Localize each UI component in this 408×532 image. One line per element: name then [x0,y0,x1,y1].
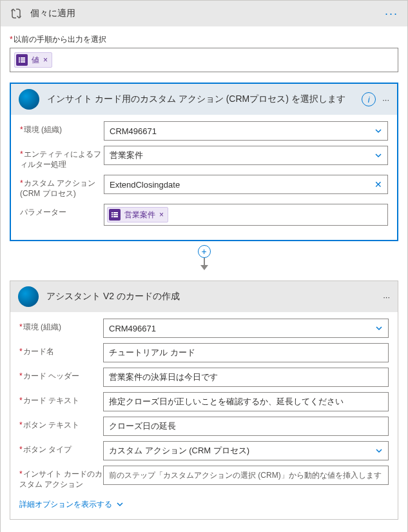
env-label: 環境 (組織) [20,121,104,135]
custom-action-header[interactable]: インサイト カード用のカスタム アクション (CRMプロセス) を選択します i… [11,84,397,115]
card1-title: インサイト カード用のカスタム アクション (CRMプロセス) を選択します [47,94,362,105]
env-dropdown[interactable]: CRM496671 [104,121,388,141]
svg-rect-11 [113,216,118,217]
chevron-down-icon [375,447,383,455]
value-tag[interactable]: 値 × [14,52,52,68]
card-text-label: カード テキスト [19,392,103,406]
custom-action-input[interactable]: ExtendClosingdate ✕ [104,175,388,194]
apply-to-each-container: 個々に適用 ··· 以前の手順から出力を選択 値 × インサイト カード用のカス… [0,0,408,532]
svg-rect-7 [113,212,118,213]
connector-icon [18,286,39,307]
custom-action-card: インサイト カード用のカスタム アクション (CRMプロセス) を選択します i… [10,83,398,241]
svg-rect-4 [19,61,20,63]
entity-dropdown[interactable]: 営業案件 [104,146,388,165]
chevron-down-icon [116,500,124,508]
connector-icon [19,89,39,110]
svg-rect-10 [112,216,113,217]
card-header-input[interactable]: 営業案件の決算日は今日です [103,368,389,387]
svg-rect-2 [19,59,20,61]
svg-rect-1 [21,57,25,59]
chevron-down-icon [374,127,382,135]
card-name-input[interactable]: チュートリアル カード [103,343,389,362]
param-tag-label: 営業案件 [124,210,155,221]
insert-step-button[interactable]: + [198,245,211,258]
apply-to-each-header[interactable]: 個々に適用 ··· [1,1,407,26]
env-label: 環境 (組織) [19,319,103,333]
svg-rect-6 [112,212,113,213]
previous-output-input[interactable]: 値 × [10,48,398,72]
parameter-input[interactable]: 営業案件 × [104,204,388,226]
remove-tag-icon[interactable]: × [43,55,48,64]
card1-body: 環境 (組織) CRM496671 エンティティによるフィルター処理 営業案件 [11,115,397,240]
parameter-tag[interactable]: 営業案件 × [107,207,168,222]
env-dropdown[interactable]: CRM496671 [103,319,389,338]
insight-action-label: インサイト カードのカスタム アクション [19,466,103,489]
card-text-input[interactable]: 推定クローズ日が正しいことを確認するか、延長してください [103,392,389,411]
list-icon [16,54,28,66]
card-name-label: カード名 [19,343,103,357]
custom-action-label: カスタム アクション (CRM プロセス) [20,175,104,199]
button-text-label: ボタン テキスト [19,417,103,431]
card2-body: 環境 (組織) CRM496671 カード名 チュートリアル カード カード ヘ… [10,312,398,518]
outer-body: 以前の手順から出力を選択 値 × インサイト カード用のカスタム アクション (… [1,26,407,532]
more-icon[interactable]: ··· [382,95,389,104]
button-text-input[interactable]: クローズ日の延長 [103,417,389,436]
create-card-step: アシスタント V2 のカードの作成 ··· 環境 (組織) CRM496671 … [10,281,398,519]
loop-icon [7,5,25,23]
previous-output-label: 以前の手順から出力を選択 [10,34,398,45]
chevron-down-icon [375,324,383,332]
svg-rect-0 [19,57,20,59]
svg-rect-9 [113,214,118,215]
button-type-dropdown[interactable]: カスタム アクション (CRM プロセス) [103,441,389,460]
tag-label: 値 [32,55,39,66]
create-card-header[interactable]: アシスタント V2 のカードの作成 ··· [10,281,398,312]
show-advanced-options[interactable]: 詳細オプションを表示する [19,499,124,510]
entity-label: エンティティによるフィルター処理 [20,146,104,170]
info-icon[interactable]: i [362,92,376,106]
parameter-label: パラメーター [20,204,104,218]
more-icon[interactable]: ··· [382,7,401,21]
insight-action-input[interactable]: 前のステップ「カスタムアクションの選択 (CRM)」から動的な値を挿入します [103,466,389,485]
more-icon[interactable]: ··· [383,292,390,302]
clear-icon[interactable]: ✕ [374,179,382,190]
button-type-label: ボタン タイプ [19,441,103,455]
chevron-down-icon [374,152,382,159]
step-connector: + [10,245,398,270]
outer-title: 個々に適用 [30,8,382,19]
card-header-label: カード ヘッダー [19,368,103,382]
arrow-down-icon [200,265,208,270]
card2-title: アシスタント V2 のカードの作成 [46,291,383,302]
remove-tag-icon[interactable]: × [159,210,164,219]
list-icon [109,209,121,221]
svg-rect-5 [21,61,25,63]
svg-rect-8 [112,214,113,215]
svg-rect-3 [21,59,25,61]
